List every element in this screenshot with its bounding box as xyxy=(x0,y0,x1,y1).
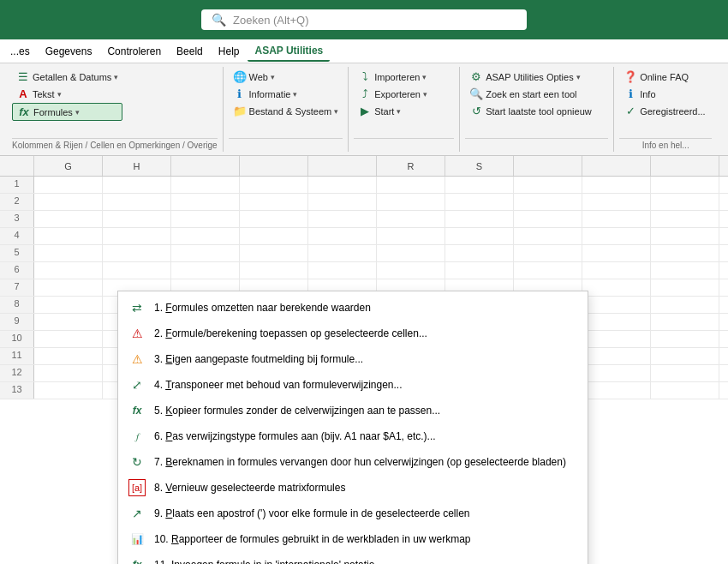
cell[interactable] xyxy=(308,177,377,193)
cell[interactable] xyxy=(171,177,240,193)
cell[interactable] xyxy=(582,228,651,244)
ribbon-btn-asap-opties[interactable]: ⚙ ASAP Utilities Opties ▾ xyxy=(465,69,596,85)
ribbon-btn-getallen[interactable]: ☰ Getallen & Datums ▾ xyxy=(12,69,122,85)
cell[interactable] xyxy=(171,194,240,210)
cell[interactable] xyxy=(240,194,308,210)
dropdown-item-7[interactable]: ↻ 7. Bereknamen in formules vervangen do… xyxy=(118,449,588,475)
menu-item-bestand[interactable]: ...es xyxy=(3,42,37,61)
cell[interactable] xyxy=(582,365,651,381)
cell[interactable] xyxy=(34,177,103,193)
cell[interactable] xyxy=(582,297,651,313)
cell[interactable] xyxy=(171,245,240,261)
cell[interactable] xyxy=(34,314,103,330)
cell[interactable] xyxy=(377,194,445,210)
cell[interactable] xyxy=(651,314,719,330)
cell[interactable] xyxy=(651,211,719,227)
dropdown-item-1[interactable]: ⇄ 1. Formules omzetten naar berekende wa… xyxy=(118,295,588,321)
cell[interactable] xyxy=(240,211,308,227)
cell[interactable] xyxy=(34,194,103,210)
cell[interactable] xyxy=(445,194,514,210)
cell[interactable] xyxy=(103,194,171,210)
cell[interactable] xyxy=(377,177,445,193)
cell[interactable] xyxy=(171,211,240,227)
ribbon-btn-exporteren[interactable]: ⤴ Exporteren ▾ xyxy=(354,86,432,102)
dropdown-item-6[interactable]: 𝑓 6. Pas verwijzingstype formules aan (b… xyxy=(118,423,588,449)
ribbon-btn-web[interactable]: 🌐 Web ▾ xyxy=(229,69,343,85)
cell[interactable] xyxy=(240,177,308,193)
ribbon-btn-tekst[interactable]: A Tekst ▾ xyxy=(12,86,122,102)
cell[interactable] xyxy=(34,228,103,244)
search-box[interactable]: 🔍 Zoeken (Alt+Q) xyxy=(201,9,527,30)
cell[interactable] xyxy=(34,297,103,313)
cell[interactable] xyxy=(377,245,445,261)
cell[interactable] xyxy=(582,211,651,227)
cell[interactable] xyxy=(240,245,308,261)
cell[interactable] xyxy=(103,211,171,227)
cell[interactable] xyxy=(308,245,377,261)
cell[interactable] xyxy=(445,211,514,227)
cell[interactable] xyxy=(103,262,171,279)
cell[interactable] xyxy=(582,331,651,347)
dropdown-item-2[interactable]: ⚠ 2. Formule/berekening toepassen op ges… xyxy=(118,321,588,346)
menu-item-help[interactable]: Help xyxy=(212,42,247,61)
cell[interactable] xyxy=(308,228,377,244)
dropdown-item-9[interactable]: ↗ 9. Plaats een apostrof (') voor elke f… xyxy=(118,501,588,526)
cell[interactable] xyxy=(240,262,308,279)
cell[interactable] xyxy=(514,245,582,261)
cell[interactable] xyxy=(582,262,651,279)
cell[interactable] xyxy=(514,228,582,244)
dropdown-item-5[interactable]: fx 5. Kopieer formules zonder de celverw… xyxy=(118,398,588,423)
dropdown-item-11[interactable]: fx 11. Invoegen formule in in 'internati… xyxy=(118,552,588,564)
cell[interactable] xyxy=(34,262,103,279)
cell[interactable] xyxy=(240,228,308,244)
cell[interactable] xyxy=(651,331,719,347)
ribbon-btn-importeren[interactable]: ⤵ Importeren ▾ xyxy=(354,69,432,85)
cell[interactable] xyxy=(514,177,582,193)
cell[interactable] xyxy=(377,228,445,244)
cell[interactable] xyxy=(377,211,445,227)
dropdown-item-4[interactable]: ⤢ 4. Transponeer met behoud van formulev… xyxy=(118,372,588,398)
cell[interactable] xyxy=(34,279,103,296)
cell[interactable] xyxy=(445,228,514,244)
cell[interactable] xyxy=(308,262,377,279)
cell[interactable] xyxy=(308,194,377,210)
cell[interactable] xyxy=(34,245,103,261)
cell[interactable] xyxy=(445,262,514,279)
cell[interactable] xyxy=(582,314,651,330)
cell[interactable] xyxy=(651,382,719,399)
cell[interactable] xyxy=(34,348,103,364)
cell[interactable] xyxy=(651,177,719,193)
ribbon-btn-start[interactable]: ▶ Start ▾ xyxy=(354,103,432,119)
cell[interactable] xyxy=(34,211,103,227)
cell[interactable] xyxy=(445,245,514,261)
dropdown-item-3[interactable]: ⚠ 3. Eigen aangepaste foutmelding bij fo… xyxy=(118,346,588,372)
cell[interactable] xyxy=(651,262,719,279)
cell[interactable] xyxy=(651,365,719,381)
cell[interactable] xyxy=(34,382,103,399)
cell[interactable] xyxy=(34,365,103,381)
ribbon-btn-informatie[interactable]: ℹ Informatie ▾ xyxy=(229,86,343,102)
menu-item-gegevens[interactable]: Gegevens xyxy=(39,42,99,61)
dropdown-item-8[interactable]: [a] 8. Vernieuw geselecteerde matrixform… xyxy=(118,475,588,501)
menu-item-controleren[interactable]: Controleren xyxy=(100,42,168,61)
cell[interactable] xyxy=(582,382,651,399)
cell[interactable] xyxy=(34,331,103,347)
cell[interactable] xyxy=(514,262,582,279)
ribbon-btn-online-faq[interactable]: ❓ Online FAQ xyxy=(619,69,709,85)
ribbon-btn-formules[interactable]: fx Formules ▾ xyxy=(12,103,122,121)
cell[interactable] xyxy=(582,245,651,261)
cell[interactable] xyxy=(171,262,240,279)
cell[interactable] xyxy=(582,279,651,296)
cell[interactable] xyxy=(651,194,719,210)
ribbon-btn-geregistreerd[interactable]: ✓ Geregistreerd... xyxy=(619,103,709,119)
cell[interactable] xyxy=(582,194,651,210)
cell[interactable] xyxy=(103,245,171,261)
cell[interactable] xyxy=(651,348,719,364)
cell[interactable] xyxy=(651,297,719,313)
cell[interactable] xyxy=(582,177,651,193)
cell[interactable] xyxy=(445,177,514,193)
cell[interactable] xyxy=(651,279,719,296)
ribbon-btn-bestand[interactable]: 📁 Bestand & Systeem ▾ xyxy=(229,103,343,119)
menu-item-beeld[interactable]: Beeld xyxy=(170,42,210,61)
cell[interactable] xyxy=(308,211,377,227)
